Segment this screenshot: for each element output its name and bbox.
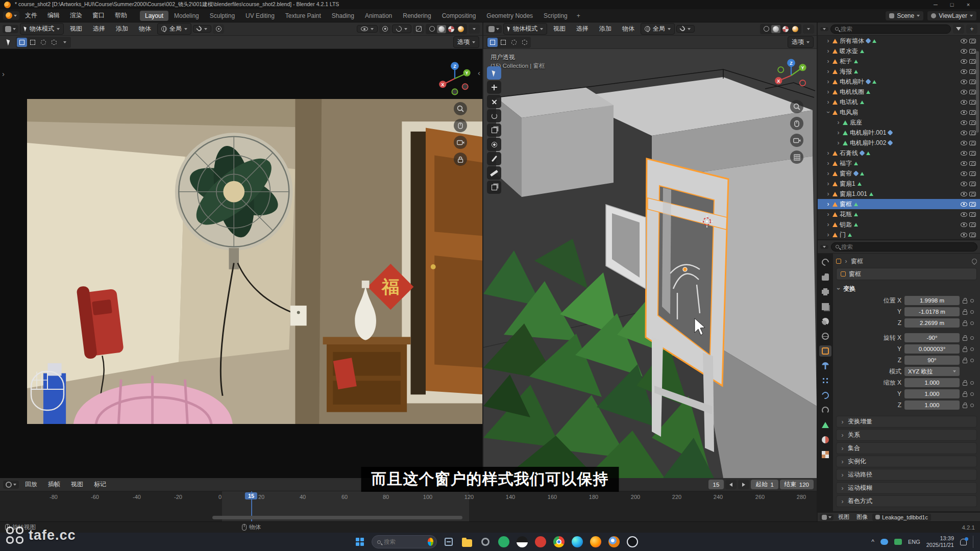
animate-dot[interactable] xyxy=(970,336,974,340)
select-tweak-button[interactable] xyxy=(487,38,498,47)
tab-physics[interactable] xyxy=(819,390,831,401)
shading-dropdown[interactable] xyxy=(803,24,814,34)
tool-move-button[interactable] xyxy=(487,95,501,108)
section-relations[interactable]: ›关系 xyxy=(836,429,977,441)
outliner-search-input[interactable] xyxy=(841,26,946,32)
menu-help[interactable]: 帮助 xyxy=(110,10,132,21)
tab-output[interactable] xyxy=(819,286,831,297)
ortho-grid-icon[interactable] xyxy=(790,151,803,164)
outliner-row[interactable]: ›底座 xyxy=(818,117,980,128)
file-explorer-icon[interactable] xyxy=(460,535,474,548)
transform-section-header[interactable]: › 变换 xyxy=(836,283,977,294)
tab-render[interactable] xyxy=(819,271,831,283)
hide-render-icon[interactable] xyxy=(969,49,976,54)
sidebar-expand-icon[interactable]: ‹ xyxy=(478,68,480,77)
overlays-toggle[interactable] xyxy=(392,24,411,33)
lock-icon[interactable] xyxy=(963,322,967,326)
outliner-search[interactable] xyxy=(830,24,951,34)
select-circle-button[interactable] xyxy=(38,38,48,47)
show-desktop-button[interactable] xyxy=(973,536,975,548)
hide-viewport-icon[interactable] xyxy=(961,151,967,156)
disclosure-icon[interactable]: › xyxy=(826,180,830,187)
options-dropdown[interactable]: 选项 xyxy=(788,36,814,48)
disclosure-icon[interactable]: › xyxy=(826,58,830,65)
workspace-tab-modeling[interactable]: Modeling xyxy=(169,11,204,21)
location-x-field[interactable]: 1.9998 m xyxy=(904,296,960,305)
maximize-button[interactable]: □ xyxy=(944,1,960,9)
notifications-icon[interactable] xyxy=(960,539,967,545)
snapping-toggle[interactable] xyxy=(676,25,695,33)
view-menu[interactable]: 视图 xyxy=(549,23,570,35)
disclosure-icon[interactable]: › xyxy=(826,98,830,106)
tool-transform-button[interactable] xyxy=(487,138,501,151)
disclosure-icon[interactable]: › xyxy=(826,68,830,75)
workspace-tab-uv-editing[interactable]: UV Editing xyxy=(240,11,280,21)
camera-view-icon[interactable] xyxy=(790,134,803,147)
shading-rendered-button[interactable] xyxy=(456,25,465,33)
hide-render-icon[interactable] xyxy=(969,161,976,166)
xray-toggle[interactable] xyxy=(413,24,424,34)
animate-dot[interactable] xyxy=(970,347,974,351)
outliner-row[interactable]: ›电风扇 xyxy=(818,107,980,117)
outliner-row[interactable]: ›电机线圈 xyxy=(818,87,980,97)
lock-icon[interactable] xyxy=(963,337,967,341)
hide-render-icon[interactable] xyxy=(969,202,976,207)
tab-object[interactable] xyxy=(819,345,831,357)
timeline-scrollbar[interactable] xyxy=(212,516,462,519)
disclosure-icon[interactable]: › xyxy=(826,149,830,157)
hide-render-icon[interactable] xyxy=(969,212,976,217)
hide-render-icon[interactable] xyxy=(969,39,976,43)
disclosure-icon[interactable]: › xyxy=(826,170,830,177)
shading-wireframe-button[interactable] xyxy=(427,25,436,33)
outliner-row[interactable]: ›电机扇叶.002 xyxy=(818,138,980,148)
new-collection-button[interactable]: + xyxy=(966,24,977,34)
tab-tool[interactable] xyxy=(819,257,831,268)
current-frame-field[interactable]: 15 xyxy=(708,480,724,489)
hide-render-icon[interactable] xyxy=(969,182,976,186)
filter-dropdown[interactable] xyxy=(953,24,964,34)
tool-rotate-button[interactable] xyxy=(487,109,501,122)
shading-solid-button[interactable] xyxy=(437,25,446,33)
hide-viewport-icon[interactable] xyxy=(961,233,967,237)
add-menu[interactable]: 添加 xyxy=(595,23,616,35)
outliner-row[interactable]: ›所有墙体 xyxy=(818,36,980,46)
lock-icon[interactable] xyxy=(963,300,967,304)
hide-render-icon[interactable] xyxy=(969,131,976,135)
close-button[interactable]: × xyxy=(961,1,976,9)
lock-icon[interactable] xyxy=(963,360,967,363)
playhead-frame-label[interactable]: 15 xyxy=(245,492,257,499)
scale-x-field[interactable]: 1.000 xyxy=(904,378,960,387)
hide-viewport-icon[interactable] xyxy=(961,161,967,166)
hide-viewport-icon[interactable] xyxy=(961,141,967,145)
hide-render-icon[interactable] xyxy=(969,192,976,196)
shading-material-button[interactable] xyxy=(447,25,456,33)
disclosure-icon[interactable]: › xyxy=(825,110,832,115)
tab-scene[interactable] xyxy=(819,316,831,327)
disclosure-icon[interactable]: › xyxy=(826,88,830,95)
hide-viewport-icon[interactable] xyxy=(961,59,967,64)
add-workspace-button[interactable]: + xyxy=(573,12,584,20)
lock-icon[interactable] xyxy=(963,393,967,397)
hide-viewport-icon[interactable] xyxy=(961,100,967,105)
pan-hand-icon[interactable] xyxy=(790,117,803,130)
firefox-icon[interactable] xyxy=(589,535,602,548)
section-motion-blur[interactable]: ›运动模糊 xyxy=(836,482,977,494)
workspace-tab-geometry-nodes[interactable]: Geometry Nodes xyxy=(481,11,538,21)
outliner-scrollbar[interactable] xyxy=(976,51,979,133)
pan-hand-icon[interactable] xyxy=(454,119,467,132)
outliner-row[interactable]: ›福字 xyxy=(818,158,980,168)
input-language[interactable]: ENG xyxy=(908,539,920,545)
outliner-row[interactable]: ›石膏线 xyxy=(818,148,980,158)
animate-dot[interactable] xyxy=(970,299,974,303)
tab-particles[interactable] xyxy=(819,375,831,386)
hide-viewport-icon[interactable] xyxy=(961,110,967,115)
tool-annotate-button[interactable] xyxy=(487,152,501,165)
rotation-x-field[interactable]: -90° xyxy=(904,333,960,342)
shading-dropdown[interactable] xyxy=(469,24,480,34)
timeline-view-menu[interactable]: 视图 xyxy=(66,479,88,490)
viewport-3d-canvas[interactable]: 用户透视 (15) Collection | 窗框 xyxy=(483,49,817,478)
taskbar-clock[interactable]: 13:39 2025/11/21 xyxy=(926,535,954,548)
workspace-tab-animation[interactable]: Animation xyxy=(360,11,397,21)
camera-view-icon[interactable] xyxy=(454,136,467,149)
scene-selector[interactable]: Scene xyxy=(885,11,924,21)
